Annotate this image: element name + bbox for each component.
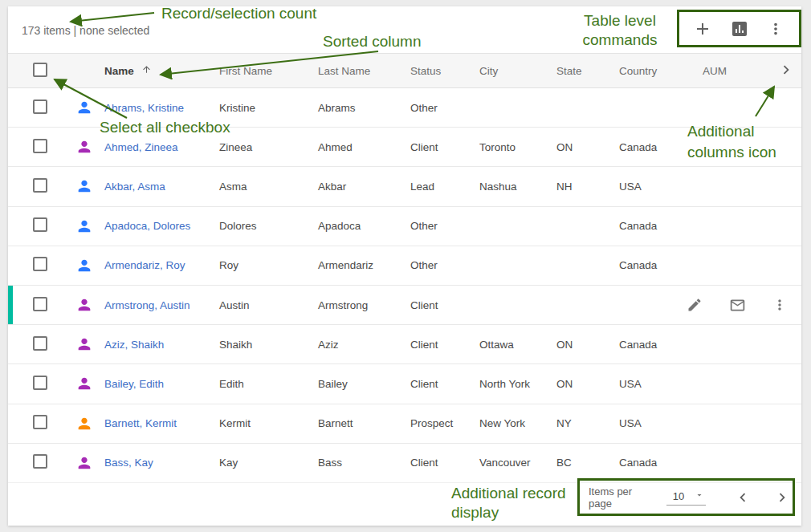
status-cell: Other (410, 220, 479, 232)
city-cell: Toronto (479, 141, 556, 153)
annotation-record-count: Record/selection count (161, 3, 316, 23)
column-header-first-name[interactable]: First Name (219, 65, 318, 77)
page-size-select[interactable]: 10 (666, 489, 706, 506)
city-cell: North York (479, 378, 556, 390)
row-checkbox[interactable] (33, 257, 47, 271)
first-name-cell: Roy (219, 259, 318, 271)
first-name-cell: Kristine (219, 102, 318, 114)
dropdown-caret-icon (695, 490, 704, 502)
row-checkbox[interactable] (33, 336, 47, 351)
first-name-cell: Kay (219, 457, 318, 469)
row-checkbox[interactable] (33, 376, 47, 390)
table-commands-annotation-box (677, 10, 801, 47)
status-cell: Client (410, 339, 479, 351)
state-cell: BC (556, 457, 619, 469)
table-more-options-button[interactable] (765, 18, 786, 39)
person-avatar-icon (75, 296, 93, 314)
edit-record-button[interactable] (684, 294, 705, 315)
contact-name-link[interactable]: Armendariz, Roy (104, 259, 185, 271)
contact-name-link[interactable]: Armstrong, Austin (104, 299, 190, 311)
contact-name-link[interactable]: Bailey, Edith (104, 378, 164, 390)
country-cell: USA (619, 181, 703, 193)
sort-ascending-icon (141, 64, 152, 77)
contact-name-link[interactable]: Akbar, Asma (104, 181, 165, 193)
row-checkbox[interactable] (33, 99, 47, 114)
chevron-left-icon (734, 489, 752, 506)
first-name-cell: Austin (219, 299, 318, 311)
first-name-cell: Edith (219, 378, 318, 390)
country-cell: Canada (619, 339, 703, 351)
select-all-checkbox[interactable] (33, 63, 47, 77)
more-vert-icon (772, 297, 788, 313)
column-header-name[interactable]: Name (104, 64, 219, 77)
email-record-button[interactable] (727, 294, 748, 315)
state-cell: ON (556, 141, 619, 153)
pencil-icon (687, 297, 703, 313)
contact-name-link[interactable]: Barnett, Kermit (104, 417, 177, 429)
status-cell: Prospect (410, 417, 479, 429)
annotation-table-commands: Table level commands (570, 11, 670, 50)
person-avatar-icon (75, 454, 93, 472)
table-row-active: Armstrong, Austin Austin Armstrong Clien… (8, 286, 801, 325)
column-header-last-name[interactable]: Last Name (318, 65, 410, 77)
column-header-status[interactable]: Status (410, 65, 479, 77)
last-name-cell: Ahmed (318, 141, 410, 153)
first-name-cell: Kermit (219, 417, 318, 429)
row-checkbox[interactable] (33, 454, 47, 469)
chart-view-button[interactable] (729, 18, 750, 39)
person-avatar-icon (75, 375, 93, 392)
previous-page-button[interactable] (732, 487, 753, 508)
last-name-cell: Barnett (318, 417, 410, 429)
contact-name-link[interactable]: Ahmed, Zineea (104, 141, 178, 153)
status-cell: Client (410, 457, 479, 469)
column-header-state[interactable]: State (556, 65, 619, 77)
next-page-button[interactable] (772, 487, 793, 508)
first-name-cell: Dolores (219, 220, 318, 232)
additional-columns-button[interactable] (771, 61, 801, 81)
row-checkbox[interactable] (33, 415, 47, 429)
page-size-value: 10 (673, 490, 684, 502)
table-footer: Items per page 10 (8, 483, 801, 526)
contact-name-link[interactable]: Abrams, Kristine (104, 102, 184, 114)
row-checkbox[interactable] (33, 217, 47, 232)
city-cell: Nashua (479, 181, 556, 193)
state-cell: ON (556, 339, 619, 351)
last-name-cell: Apadoca (318, 220, 410, 232)
annotation-sorted-column: Sorted column (323, 31, 422, 51)
last-name-cell: Akbar (318, 181, 410, 193)
row-more-options-button[interactable] (769, 294, 790, 315)
last-name-cell: Abrams (318, 102, 410, 114)
chevron-right-icon (773, 489, 791, 506)
table-row: Barnett, Kermit Kermit Barnett Prospect … (8, 404, 801, 444)
city-cell: New York (479, 417, 556, 429)
table-row: Bailey, Edith Edith Bailey Client North … (8, 364, 801, 404)
more-vert-icon (767, 20, 785, 38)
country-cell: Canada (619, 259, 703, 271)
table-row: Armendariz, Roy Roy Armendariz Other Can… (8, 246, 801, 286)
row-actions (684, 286, 790, 324)
last-name-cell: Bailey (318, 378, 410, 390)
person-avatar-icon (75, 99, 93, 116)
status-cell: Client (410, 299, 479, 311)
column-header-city[interactable]: City (479, 65, 556, 77)
status-cell: Client (410, 141, 479, 153)
active-row-indicator (8, 286, 13, 324)
row-checkbox[interactable] (33, 178, 47, 193)
bar-chart-icon (730, 19, 749, 39)
row-checkbox[interactable] (33, 139, 47, 153)
contact-name-link[interactable]: Apadoca, Dolores (104, 220, 190, 232)
table-row: Apadoca, Dolores Dolores Apadoca Other C… (8, 207, 801, 246)
row-checkbox[interactable] (33, 297, 47, 311)
contact-name-link[interactable]: Bass, Kay (104, 457, 153, 469)
contact-name-link[interactable]: Aziz, Shaikh (104, 339, 164, 351)
table-row: Aziz, Shaikh Shaikh Aziz Client Ottawa O… (8, 325, 801, 364)
add-record-button[interactable] (692, 18, 713, 39)
column-header-country[interactable]: Country (619, 65, 703, 77)
envelope-icon (729, 297, 746, 314)
person-avatar-icon (75, 415, 93, 433)
table-row: Bass, Kay Kay Bass Client Vancouver BC C… (8, 444, 801, 483)
last-name-cell: Aziz (318, 339, 410, 351)
record-selection-count: 173 items | none selected (22, 24, 149, 37)
column-header-aum[interactable]: AUM (703, 65, 771, 77)
status-cell: Client (410, 378, 479, 390)
